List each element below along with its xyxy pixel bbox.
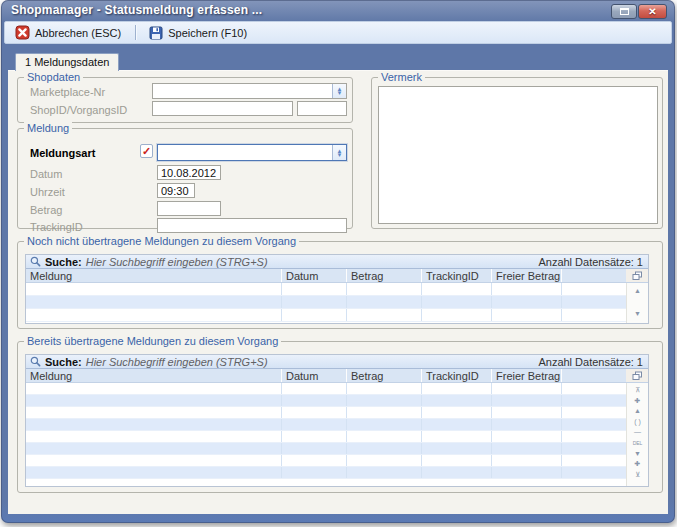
- title-bar[interactable]: Shopmanager - Statusmeldung erfassen ...…: [1, 0, 675, 21]
- table-row[interactable]: [26, 395, 626, 407]
- toolbar: Abbrechen (ESC) Speichern (F10): [4, 21, 672, 44]
- column-header-freier-betrag[interactable]: Freier Betrag: [492, 269, 562, 282]
- cancel-x-icon: [15, 25, 30, 40]
- move-up-icon[interactable]: ✚: [627, 396, 648, 407]
- transferred-search-label: Suche:: [45, 356, 82, 368]
- save-button-label: Speichern (F10): [168, 27, 247, 39]
- window-title: Shopmanager - Statusmeldung erfassen ...: [11, 3, 262, 17]
- group-transferred-messages: Bereits übertragene Meldungen zu diesem …: [17, 341, 663, 493]
- pending-record-count: Anzahl Datensätze: 1: [538, 256, 643, 268]
- uhrzeit-field[interactable]: [157, 183, 195, 198]
- table-row[interactable]: [26, 455, 626, 467]
- group-pending-messages: Noch nicht übertragene Meldungen zu dies…: [17, 241, 663, 329]
- vermerk-textarea[interactable]: [378, 86, 658, 224]
- column-header-trackingid[interactable]: TrackingID: [422, 269, 492, 282]
- pending-scroll-strip: ▲ ▼: [626, 283, 648, 323]
- pending-grid-header: Meldung Datum Betrag TrackingID Freier B…: [26, 269, 648, 283]
- search-icon: [30, 356, 41, 367]
- group-transferred-legend: Bereits übertragene Meldungen zu diesem …: [24, 335, 281, 347]
- table-row[interactable]: [26, 296, 626, 309]
- column-header-freier-betrag[interactable]: Freier Betrag: [492, 369, 562, 382]
- group-shopdaten-legend: Shopdaten: [24, 71, 83, 83]
- transferred-search-bar[interactable]: Suche: Hier Suchbegriff eingeben (STRG+S…: [26, 355, 648, 369]
- table-row[interactable]: [26, 431, 626, 443]
- meldungsart-value: [158, 145, 332, 160]
- insert-row-icon[interactable]: ( ): [627, 417, 648, 428]
- column-header-datum[interactable]: Datum: [282, 369, 347, 382]
- column-chooser-button[interactable]: [626, 369, 648, 382]
- pending-search-label: Suche:: [45, 256, 82, 268]
- cancel-button-label: Abbrechen (ESC): [35, 27, 121, 39]
- table-row[interactable]: [26, 419, 626, 431]
- pending-search-bar[interactable]: Suche: Hier Suchbegriff eingeben (STRG+S…: [26, 255, 648, 269]
- next-row-icon[interactable]: ▼: [627, 449, 648, 460]
- group-meldung: Meldung Meldungsart ✓ ▲▼ Datum Uhrzeit B…: [17, 128, 353, 229]
- column-header-filler: [562, 369, 626, 382]
- close-button[interactable]: ✕: [638, 4, 667, 19]
- column-header-meldung[interactable]: Meldung: [26, 269, 282, 282]
- table-row[interactable]: [26, 309, 626, 322]
- column-header-betrag[interactable]: Betrag: [347, 269, 422, 282]
- trackingid-field[interactable]: [157, 218, 347, 233]
- search-icon: [30, 256, 41, 267]
- restore-button[interactable]: [611, 4, 637, 19]
- pending-grid-body: ▲ ▼: [26, 283, 648, 323]
- first-row-icon[interactable]: ⊼: [627, 385, 648, 396]
- screenshot-root: Shopmanager - Statusmeldung erfassen ...…: [0, 0, 677, 527]
- column-header-filler: [562, 269, 626, 282]
- group-shopdaten: Shopdaten Marketplace-Nr ▲▼ ShopID/Vorga…: [17, 77, 353, 123]
- transferred-grid-header: Meldung Datum Betrag TrackingID Freier B…: [26, 369, 648, 383]
- table-row[interactable]: [26, 467, 626, 479]
- marketplace-label: Marketplace-Nr: [30, 86, 105, 98]
- table-row[interactable]: [26, 443, 626, 455]
- marketplace-combobox[interactable]: ▲▼: [152, 83, 347, 99]
- column-header-datum[interactable]: Datum: [282, 269, 347, 282]
- delete-row-icon[interactable]: —: [627, 427, 648, 438]
- transferred-search-placeholder[interactable]: Hier Suchbegriff eingeben (STRG+S): [86, 356, 268, 368]
- datum-field[interactable]: [157, 165, 221, 180]
- save-disk-icon: [149, 26, 163, 40]
- scroll-down-icon[interactable]: ▼: [627, 309, 648, 320]
- table-row[interactable]: [26, 283, 626, 296]
- betrag-field[interactable]: [157, 201, 221, 216]
- shopid-field[interactable]: [152, 101, 293, 116]
- meldungsart-label: Meldungsart: [30, 147, 95, 159]
- copy-grid-icon: [632, 271, 643, 281]
- last-row-icon[interactable]: ⊻: [627, 470, 648, 481]
- app-window: Shopmanager - Statusmeldung erfassen ...…: [1, 0, 675, 523]
- pending-rows: [26, 283, 626, 323]
- tab-meldungsdaten[interactable]: 1 Meldungsdaten: [15, 53, 119, 71]
- transferred-grid-body: ⊼ ✚ ▲ ( ) — DEL ▼ ✚ ⊻: [26, 383, 648, 486]
- group-meldung-legend: Meldung: [24, 122, 72, 134]
- transferred-rows: [26, 383, 626, 486]
- meldungsart-dropdown-icon[interactable]: ▲▼: [332, 145, 346, 160]
- move-down-icon[interactable]: ✚: [627, 459, 648, 470]
- column-header-trackingid[interactable]: TrackingID: [422, 369, 492, 382]
- prev-row-icon[interactable]: ▲: [627, 406, 648, 417]
- pending-grid: Suche: Hier Suchbegriff eingeben (STRG+S…: [25, 254, 649, 324]
- column-header-meldung[interactable]: Meldung: [26, 369, 282, 382]
- restore-icon: [620, 8, 629, 15]
- column-chooser-button[interactable]: [626, 269, 648, 282]
- column-header-betrag[interactable]: Betrag: [347, 369, 422, 382]
- table-row[interactable]: [26, 383, 626, 395]
- betrag-label: Betrag: [30, 204, 62, 216]
- marketplace-value: [153, 84, 332, 98]
- pending-search-placeholder[interactable]: Hier Suchbegriff eingeben (STRG+S): [86, 256, 268, 268]
- vorgangsid-field[interactable]: [297, 101, 347, 116]
- trackingid-label: TrackingID: [30, 221, 83, 233]
- table-row[interactable]: [26, 407, 626, 419]
- datum-label: Datum: [30, 168, 62, 180]
- copy-grid-icon: [632, 371, 643, 381]
- save-button[interactable]: Speichern (F10): [145, 24, 253, 42]
- edit-row-icon[interactable]: DEL: [627, 438, 648, 449]
- marketplace-dropdown-icon[interactable]: ▲▼: [332, 84, 346, 98]
- group-vermerk-legend: Vermerk: [378, 71, 425, 83]
- meldungsart-combobox[interactable]: ▲▼: [157, 144, 347, 161]
- scroll-up-icon[interactable]: ▲: [627, 286, 648, 297]
- toolbar-separator: [135, 25, 137, 40]
- transferred-record-count: Anzahl Datensätze: 1: [538, 356, 643, 368]
- cancel-button[interactable]: Abbrechen (ESC): [11, 23, 127, 42]
- shopid-label: ShopID/VorgangsID: [30, 104, 127, 116]
- group-vermerk: Vermerk: [371, 77, 663, 229]
